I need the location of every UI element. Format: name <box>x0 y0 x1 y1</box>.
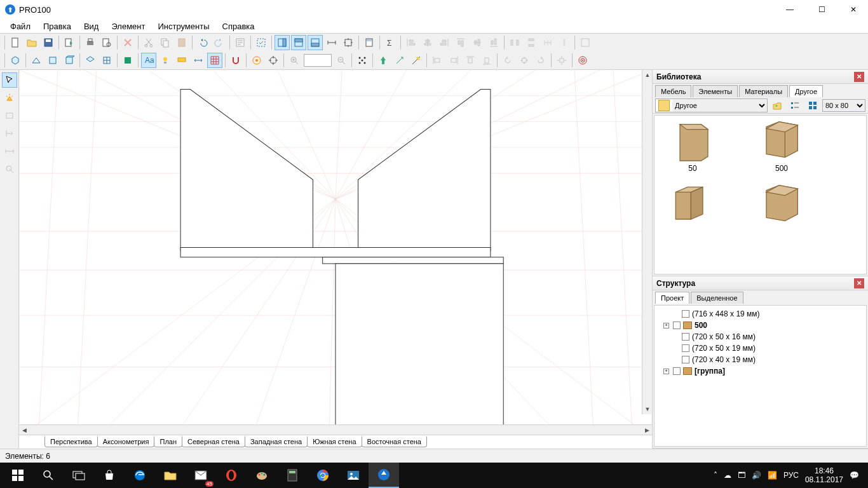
align-bottom-button[interactable] <box>486 35 501 50</box>
tree-row[interactable]: (720 x 50 x 16 мм) <box>657 331 864 342</box>
cut-button[interactable] <box>141 35 156 50</box>
menu-help[interactable]: Справка <box>216 20 261 33</box>
library-folder-select[interactable]: Другое <box>672 99 767 112</box>
photos-icon[interactable] <box>338 463 369 488</box>
viewtab-north[interactable]: Северная стена <box>182 437 245 447</box>
viewtab-axonometry[interactable]: Аксонометрия <box>97 437 155 447</box>
view-iso-button[interactable] <box>8 53 23 68</box>
checkbox[interactable] <box>673 322 681 329</box>
checkbox[interactable] <box>682 333 689 341</box>
scroll-up-arrow[interactable]: ▲ <box>642 70 652 80</box>
mail-icon[interactable]: 45 <box>186 463 216 488</box>
expand-icon[interactable]: + <box>663 369 669 374</box>
view-persp-button[interactable] <box>29 53 44 68</box>
library-close-button[interactable]: ✕ <box>854 72 864 82</box>
scroll-right-arrow[interactable]: ▶ <box>642 425 652 435</box>
tray-volume-icon[interactable]: 🔊 <box>752 471 761 480</box>
view-top-button[interactable] <box>83 53 98 68</box>
lib-view-list-button[interactable] <box>787 98 803 113</box>
vertical-scrollbar[interactable]: ▲ ▼ <box>642 70 652 414</box>
view-front-button[interactable] <box>45 53 60 68</box>
edge-icon[interactable] <box>125 463 155 488</box>
viewtab-east[interactable]: Восточная стена <box>362 437 427 447</box>
zoom-area-tool[interactable] <box>2 161 17 177</box>
dimension-button[interactable] <box>341 35 356 50</box>
tray-network-icon[interactable]: 📶 <box>768 471 777 480</box>
view-side-button[interactable] <box>62 53 77 68</box>
chrome-icon[interactable] <box>308 463 338 488</box>
menu-view[interactable]: Вид <box>78 20 105 33</box>
align-top-button[interactable] <box>453 35 468 50</box>
dimension-tool[interactable] <box>2 126 17 141</box>
close-button[interactable]: ✕ <box>844 5 863 14</box>
tray-battery-icon[interactable]: 🗔 <box>738 471 745 480</box>
undo-button[interactable] <box>195 35 210 50</box>
calculator-taskbar-icon[interactable] <box>277 463 308 488</box>
zoom-in-button[interactable] <box>287 53 302 68</box>
print-preview-button[interactable] <box>99 35 114 50</box>
menu-element[interactable]: Элемент <box>105 20 151 33</box>
structtab-project[interactable]: Проект <box>655 292 689 304</box>
copy-button[interactable] <box>158 35 173 50</box>
align-middle-button[interactable] <box>470 35 485 50</box>
checkbox[interactable] <box>682 344 689 352</box>
library-item[interactable]: 50 <box>661 122 724 173</box>
snap-points-button[interactable] <box>355 53 370 68</box>
align-snap-top-button[interactable] <box>463 53 478 68</box>
view-textured-button[interactable] <box>120 53 135 68</box>
space-h-button[interactable] <box>540 35 555 50</box>
tray-time[interactable]: 18:46 <box>805 466 843 475</box>
select-all-button[interactable] <box>254 35 269 50</box>
search-icon[interactable] <box>33 463 64 488</box>
library-folder-combo[interactable]: Другое <box>655 98 768 112</box>
properties-button[interactable] <box>233 35 248 50</box>
view-wireframe-button[interactable] <box>99 53 114 68</box>
store-icon[interactable] <box>94 463 125 488</box>
explorer-icon[interactable] <box>155 463 186 488</box>
align-snap-left-button[interactable] <box>430 53 445 68</box>
align-right-button[interactable] <box>437 35 452 50</box>
tray-chevron-icon[interactable]: ˄ <box>714 471 717 480</box>
move-up-button[interactable] <box>376 53 391 68</box>
snap-button[interactable] <box>228 53 243 68</box>
rotate-right-button[interactable] <box>533 53 548 68</box>
tray-notifications-icon[interactable]: 💬 <box>850 471 859 480</box>
calculator-button[interactable] <box>362 35 377 50</box>
tree-row[interactable]: (716 x 448 x 19 мм) <box>657 308 864 320</box>
structure-tree[interactable]: (716 x 448 x 19 мм)+500(720 x 50 x 16 мм… <box>654 305 867 447</box>
tree-row[interactable]: +500 <box>657 320 864 331</box>
libtab-furniture[interactable]: Мебель <box>655 85 691 97</box>
checkbox[interactable] <box>682 310 689 318</box>
lib-view-grid-button[interactable] <box>805 98 820 113</box>
rotate-left-button[interactable] <box>500 53 515 68</box>
library-item[interactable] <box>661 186 724 227</box>
checkbox[interactable] <box>682 356 689 363</box>
align-snap-right-button[interactable] <box>446 53 461 68</box>
scroll-down-arrow[interactable]: ▼ <box>642 404 652 414</box>
toggle-lighting-button[interactable] <box>158 53 173 68</box>
library-item[interactable]: 500 <box>750 122 813 173</box>
structure-close-button[interactable]: ✕ <box>854 278 864 288</box>
light-tool[interactable] <box>2 90 17 105</box>
distribute-h-button[interactable] <box>507 35 522 50</box>
taskview-icon[interactable] <box>64 463 94 488</box>
canvas-3d[interactable]: ▲ ▼ <box>19 70 652 424</box>
toggle-annotations-button[interactable] <box>174 53 189 68</box>
menu-file[interactable]: Файл <box>4 20 37 33</box>
move-angle-button[interactable] <box>392 53 407 68</box>
tree-row[interactable]: +[группа] <box>657 365 864 377</box>
distribute-inside-button[interactable] <box>578 35 593 50</box>
edit-points-button[interactable] <box>409 53 424 68</box>
target-button[interactable] <box>266 53 281 68</box>
viewtab-west[interactable]: Западная стена <box>245 437 308 447</box>
redo-button[interactable] <box>212 35 227 50</box>
viewtab-perspective[interactable]: Перспектива <box>44 437 98 447</box>
paste-button[interactable] <box>174 35 189 50</box>
toggle-labels-button[interactable]: Aa <box>141 53 156 68</box>
panel-layout-button[interactable] <box>275 35 290 50</box>
save-button[interactable] <box>41 35 56 50</box>
selection-tool[interactable] <box>2 72 17 88</box>
align-snap-bottom-button[interactable] <box>479 53 494 68</box>
target-red-button[interactable] <box>575 53 590 68</box>
viewtab-plan[interactable]: План <box>154 437 182 447</box>
